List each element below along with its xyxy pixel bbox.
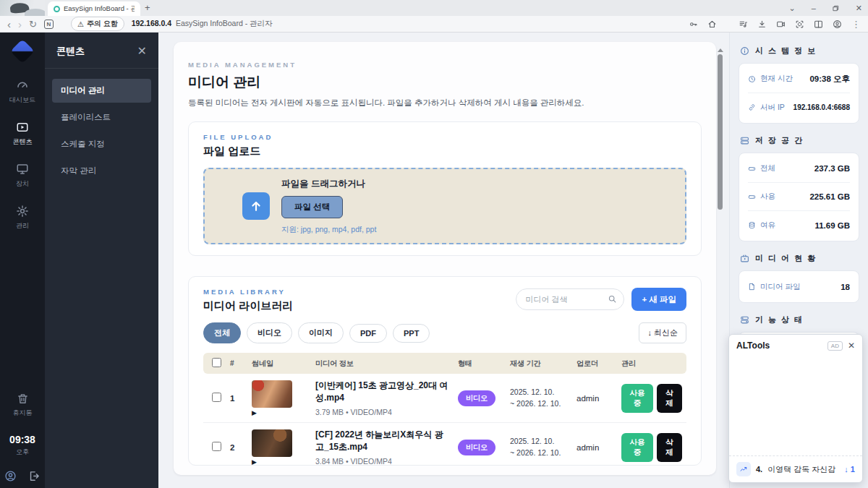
video-popup-icon[interactable] xyxy=(776,20,786,29)
browser-menu-icon[interactable]: ⋮ xyxy=(851,19,861,30)
type-badge: 비디오 xyxy=(458,440,495,455)
row-checkbox[interactable] xyxy=(212,393,221,402)
download-icon[interactable] xyxy=(757,20,767,29)
scrollbar-up-arrow[interactable] xyxy=(718,48,723,52)
scrollbar-thumb[interactable] xyxy=(718,54,723,210)
account-icon[interactable] xyxy=(4,470,17,482)
site-warning-badge[interactable]: ⚠ 주의 요함 xyxy=(71,17,124,31)
play-icon[interactable]: ▶ xyxy=(252,459,307,466)
filter-pdf[interactable]: PDF xyxy=(349,324,387,343)
video-thumbnail[interactable] xyxy=(252,380,292,408)
row-checkbox[interactable] xyxy=(212,442,221,451)
media-title: [CF] 2022년 하늘보리X최우식 광고_15초.mp4 xyxy=(315,429,449,453)
trending-keyword: 이영택 감독 자신감 xyxy=(767,464,835,475)
delete-button[interactable]: 삭제 xyxy=(657,433,682,462)
close-icon[interactable]: ✕ xyxy=(848,341,855,351)
in-use-button[interactable]: 사용중 xyxy=(621,384,653,413)
play-icon[interactable]: ▶ xyxy=(252,410,307,416)
browser-tab[interactable]: EasySign InfoBoard - 관리자 xyxy=(48,1,140,16)
play-period: 2025. 12. 10. ~ 2026. 12. 10. xyxy=(506,423,572,466)
menu-item-playlist[interactable]: 플레이리스트 xyxy=(52,106,151,129)
rail-item-dashboard[interactable]: 대시보드 xyxy=(9,79,35,105)
main-scrollbar[interactable] xyxy=(718,48,723,231)
filter-all[interactable]: 전체 xyxy=(203,322,241,343)
rail-item-contents[interactable]: 콘텐츠 xyxy=(13,121,33,147)
page-description: 등록된 미디어는 전자 게시판에 자동으로 표시됩니다. 파일을 추가하거나 삭… xyxy=(188,98,702,108)
tab-title: EasySign InfoBoard - 관리자 xyxy=(64,4,135,14)
upload-title: 파일 업로드 xyxy=(203,145,686,158)
file-upload-card: FILE UPLOAD 파일 업로드 파일을 드래그하거나 파일 선택 지원: … xyxy=(188,121,702,256)
password-key-icon[interactable] xyxy=(689,20,698,29)
new-tab-button[interactable]: + xyxy=(145,2,150,13)
drag-instruction: 파일을 드래그하거나 xyxy=(281,178,376,190)
search-icon[interactable] xyxy=(608,294,617,304)
trending-rank: 4. xyxy=(756,465,762,474)
filter-image[interactable]: 이미지 xyxy=(298,322,344,343)
contents-submenu: 콘텐츠 ✕ 미디어 관리 플레이리스트 스케줄 지정 자막 관리 xyxy=(45,33,158,488)
filter-ppt[interactable]: PPT xyxy=(393,324,430,343)
select-all-checkbox[interactable] xyxy=(212,358,221,367)
rail-item-trash[interactable]: 휴지통 xyxy=(13,393,33,418)
rail-item-devices[interactable]: 장치 xyxy=(16,163,29,189)
upload-arrow-icon xyxy=(242,192,270,220)
new-file-button[interactable]: + 새 파일 xyxy=(631,288,686,311)
storage-panel: 전체 237.3 GB 사용 225.61 GB 여유 11.69 GB xyxy=(739,153,859,241)
submenu-title: 콘텐츠 xyxy=(56,45,85,58)
in-use-button[interactable]: 사용중 xyxy=(621,433,653,462)
type-badge: 비디오 xyxy=(458,390,495,406)
window-close-button[interactable]: ✕ xyxy=(856,4,862,13)
home-icon[interactable] xyxy=(707,20,717,29)
gear-icon xyxy=(16,205,29,218)
playlist-icon[interactable] xyxy=(739,20,748,29)
filter-video[interactable]: 비디오 xyxy=(247,322,292,343)
trash-icon xyxy=(17,393,29,405)
altools-ad-area xyxy=(729,356,862,455)
col-media-info: 미디어 정보 xyxy=(311,353,454,374)
logout-icon[interactable] xyxy=(28,470,41,482)
contents-icon xyxy=(16,121,29,134)
rail-clock-meridiem: 오후 xyxy=(16,448,29,457)
storage-free-value: 11.69 GB xyxy=(814,221,850,230)
monitor-icon xyxy=(16,163,29,176)
menu-item-subtitles[interactable]: 자막 관리 xyxy=(52,159,151,183)
reload-button[interactable]: ↻ xyxy=(29,19,37,30)
wallpaper-hill xyxy=(25,9,45,16)
back-button[interactable]: ‹ xyxy=(7,18,11,30)
storage-total-value: 237.3 GB xyxy=(814,164,850,173)
address-bar[interactable]: 192.168.0.4 EasySign InfoBoard - 관리자 xyxy=(132,19,273,29)
col-uploader: 업로더 xyxy=(572,353,617,374)
window-restore-button[interactable] xyxy=(832,4,840,12)
extension-icon[interactable]: N xyxy=(44,20,54,29)
split-view-icon[interactable] xyxy=(814,20,823,29)
close-icon[interactable]: ✕ xyxy=(137,44,147,58)
media-status-icon xyxy=(740,254,749,263)
storage-used-value: 225.61 GB xyxy=(809,192,850,201)
uploader: admin xyxy=(572,423,617,466)
media-table: # 썸네일 미디어 정보 형태 재생 기간 업로더 관리 1 xyxy=(203,353,686,466)
menu-item-schedule[interactable]: 스케줄 지정 xyxy=(52,132,151,156)
rail-item-admin[interactable]: 관리 xyxy=(16,205,29,231)
forward-button[interactable]: › xyxy=(18,18,22,30)
capture-icon[interactable] xyxy=(795,20,804,29)
window-minimize-button[interactable]: – xyxy=(812,4,816,12)
select-file-button[interactable]: 파일 선택 xyxy=(281,196,343,218)
page-eyebrow: MEDIA MANAGEMENT xyxy=(188,61,702,69)
altools-trending-bar[interactable]: 4. 이영택 감독 자신감 ↓ 1 xyxy=(729,455,862,482)
window-chevron-icon[interactable]: ⌄ xyxy=(788,4,795,13)
browser-toolbar: ‹ › ↻ N ⚠ 주의 요함 192.168.0.4 EasySign Inf… xyxy=(0,16,868,33)
sort-button[interactable]: ↓ 최신순 xyxy=(639,322,686,343)
col-actions: 관리 xyxy=(617,353,686,374)
url-host: 192.168.0.4 xyxy=(132,19,171,27)
media-file-count: 18 xyxy=(841,283,850,291)
file-dropzone[interactable]: 파일을 드래그하거나 파일 선택 지원: jpg, png, mp4, pdf,… xyxy=(203,168,686,244)
profile-icon[interactable] xyxy=(833,20,842,29)
table-row: 1 ▶ [이반케어] 15초 광고영상_20대 여성.mp4 3.79 MB •… xyxy=(203,374,686,423)
uploader: admin xyxy=(572,374,617,423)
tab-favicon xyxy=(54,6,60,12)
server-ip-value: 192.168.0.4:6688 xyxy=(793,103,850,111)
menu-item-media-management[interactable]: 미디어 관리 xyxy=(52,79,151,103)
database-icon xyxy=(748,221,756,229)
delete-button[interactable]: 삭제 xyxy=(657,384,682,413)
video-thumbnail[interactable] xyxy=(252,429,292,457)
desktop-wallpaper-corner xyxy=(0,0,45,16)
